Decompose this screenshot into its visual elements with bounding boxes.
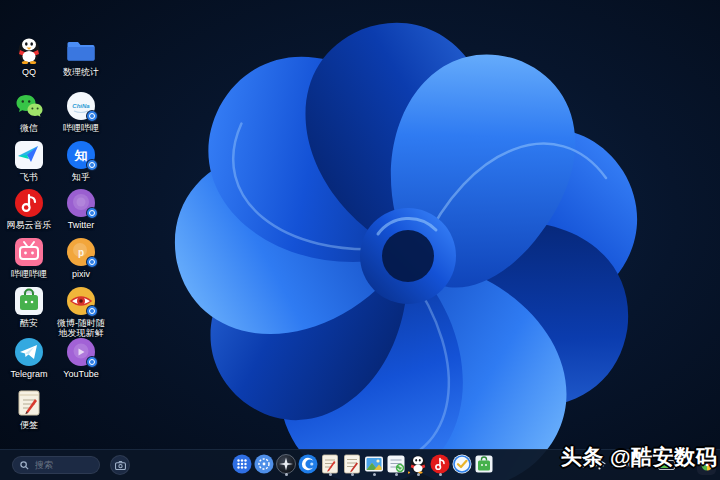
text-editor-icon[interactable]	[342, 454, 362, 476]
netease-music-taskbar-icon[interactable]	[430, 454, 450, 476]
folder-icon	[66, 35, 96, 65]
coolapk-icon	[14, 286, 44, 316]
desktop-icon-label: pixiv	[56, 269, 106, 279]
wallpaper-windows11-bloom	[0, 0, 720, 480]
browser-badge-icon	[86, 207, 98, 219]
sticky-note-icon	[14, 388, 44, 418]
desktop-icon-label: 哔哩哔哩	[56, 123, 106, 133]
image-viewer-icon[interactable]	[364, 454, 384, 476]
desktop-icon-sticky-note[interactable]: 便签	[4, 388, 54, 430]
desktop-icon-label: Twitter	[56, 220, 106, 230]
taskbar-search[interactable]	[12, 456, 100, 474]
svg-text:ChiNa: ChiNa	[72, 103, 90, 109]
browser-badge-icon	[86, 305, 98, 317]
zhihu-icon: 知	[66, 140, 96, 170]
browser-badge-icon	[86, 110, 98, 122]
pixiv-icon: p	[66, 237, 96, 267]
twitter-web-icon	[66, 188, 96, 218]
feishu-icon	[14, 140, 44, 170]
qq-icon	[14, 35, 44, 65]
browser-badge-icon	[86, 356, 98, 368]
desktop-icon-netease-music[interactable]: 网易云音乐	[4, 188, 54, 230]
camera-icon	[115, 461, 126, 470]
software-updater-icon[interactable]	[386, 454, 406, 476]
desktop-icon-label: QQ	[4, 67, 54, 77]
qq-taskbar-icon[interactable]	[408, 454, 428, 476]
desktop-icon-label: 酷安	[4, 318, 54, 328]
desktop-icon-label: 微信	[4, 123, 54, 133]
browser-icon[interactable]	[298, 454, 318, 476]
desktop-icon-folder-stats[interactable]: 数理统计	[56, 35, 106, 77]
desktop-icon-feishu[interactable]: 飞书	[4, 140, 54, 182]
search-input[interactable]	[33, 459, 92, 471]
desktop-icon-label: 知乎	[56, 172, 106, 182]
svg-text:知: 知	[74, 148, 88, 163]
desktop-icon-youtube-web[interactable]: YouTube	[56, 337, 106, 379]
desktop-icon-label: 飞书	[4, 172, 54, 182]
youtube-web-icon	[66, 337, 96, 367]
bilibili-icon	[14, 237, 44, 267]
watermark: 头条 @酷安数码	[561, 443, 717, 471]
desktop-icon-pixiv[interactable]: p pixiv	[56, 237, 106, 279]
desktop-icon-label: 哔哩哔哩	[4, 269, 54, 279]
browser-badge-icon	[86, 256, 98, 268]
netease-music-icon	[14, 188, 44, 218]
weibo-web-icon	[66, 286, 96, 316]
screenshot-button[interactable]	[110, 455, 130, 475]
deepin-store-icon[interactable]	[276, 454, 296, 476]
desktop: QQ 数理统计 微信 ChiNa 哔哩哔哩 飞书 知 知乎	[0, 0, 720, 480]
search-icon	[20, 461, 29, 470]
security-check-icon[interactable]	[452, 454, 472, 476]
desktop-icon-telegram[interactable]: Telegram	[4, 337, 54, 379]
notes-icon[interactable]	[320, 454, 340, 476]
desktop-icon-label: 网易云音乐	[4, 220, 54, 230]
desktop-icon-label: 数理统计	[56, 67, 106, 77]
taskbar-apps	[232, 454, 494, 476]
browser-badge-icon	[86, 159, 98, 171]
desktop-icon-zhihu[interactable]: 知 知乎	[56, 140, 106, 182]
desktop-icon-bilibili-web[interactable]: ChiNa 哔哩哔哩	[56, 91, 106, 133]
desktop-icon-label: Telegram	[4, 369, 54, 379]
desktop-icon-twitter-web[interactable]: Twitter	[56, 188, 106, 230]
desktop-icon-bilibili[interactable]: 哔哩哔哩	[4, 237, 54, 279]
bilibili-web-icon: ChiNa	[66, 91, 96, 121]
app-store-bag-icon[interactable]	[474, 454, 494, 476]
svg-text:p: p	[78, 247, 84, 258]
desktop-icon-qq[interactable]: QQ	[4, 35, 54, 77]
desktop-icon-label: 便签	[4, 420, 54, 430]
wechat-icon	[14, 91, 44, 121]
task-view-icon[interactable]	[254, 454, 274, 476]
desktop-icon-wechat[interactable]: 微信	[4, 91, 54, 133]
launcher-icon[interactable]	[232, 454, 252, 476]
telegram-icon	[14, 337, 44, 367]
desktop-icon-label: YouTube	[56, 369, 106, 379]
desktop-icon-coolapk[interactable]: 酷安	[4, 286, 54, 328]
